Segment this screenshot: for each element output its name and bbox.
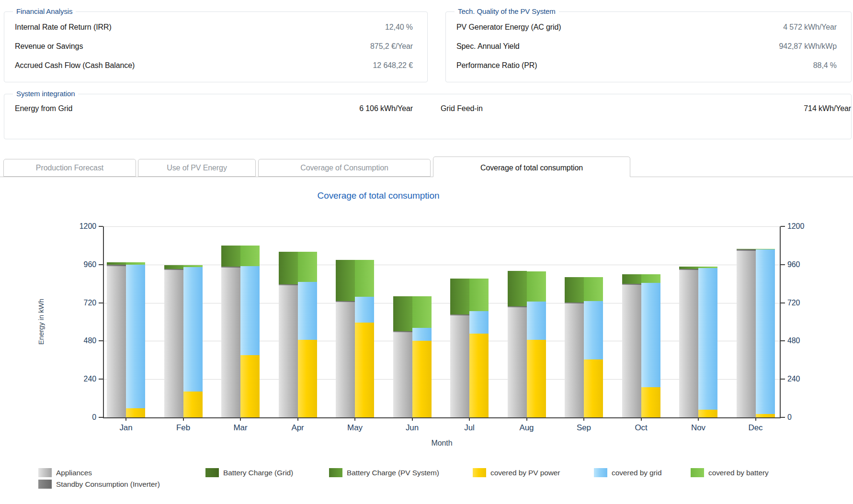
bar-segment-batt_pv-jun — [393, 296, 412, 331]
bar-segment-battery-oct — [641, 274, 660, 283]
month-group-sep — [565, 277, 603, 417]
annual-yield-row: Spec. Annual Yield 942,87 kWh/kWp — [446, 37, 851, 56]
y-tick-l-0 — [99, 417, 103, 418]
tab-production-forecast[interactable]: Production Forecast — [3, 159, 136, 177]
consumption-bar-dec — [737, 249, 756, 417]
y-tick-label-l-720: 720 — [68, 299, 96, 307]
y-tick-l-240 — [99, 379, 103, 380]
x-tick-apr — [297, 417, 298, 421]
cashflow-row: Accrued Cash Flow (Cash Balance) 12 648,… — [4, 56, 427, 75]
bar-segment-batt_pv-apr — [279, 252, 298, 284]
month-group-mar — [221, 246, 260, 417]
consumption-bar-nov — [679, 267, 698, 417]
consumption-bar-apr — [279, 252, 298, 417]
chart-title: Coverage of total consumption — [0, 190, 757, 201]
tab-use-of-pv-energy[interactable]: Use of PV Energy — [138, 159, 256, 177]
coverage-bar-feb — [183, 265, 203, 417]
bar-segment-pv-dec — [756, 414, 775, 417]
coverage-bar-mar — [240, 246, 260, 417]
bar-segment-pv-jul — [469, 334, 489, 417]
bar-segment-appliances-apr — [279, 285, 298, 417]
y-tick-r-1200 — [781, 226, 785, 227]
x-tick-label-dec: Dec — [732, 423, 780, 433]
bar-segment-appliances-mar — [221, 268, 240, 417]
y-tick-label-r-0: 0 — [787, 413, 816, 422]
coverage-bar-jul — [469, 279, 489, 417]
y-tick-l-480 — [99, 340, 103, 341]
consumption-bar-jul — [450, 279, 469, 417]
y-tick-label-r-480: 480 — [787, 336, 816, 345]
financial-analysis-title: Financial Analysis — [13, 7, 76, 15]
bar-segment-battery-jul — [469, 279, 489, 312]
irr-row: Internal Rate of Return (IRR) 12,40 % — [4, 18, 427, 37]
month-group-jan — [107, 262, 145, 417]
consumption-bar-jun — [393, 296, 412, 417]
y-tick-r-720 — [781, 302, 785, 303]
coverage-bar-may — [355, 260, 374, 417]
y-tick-r-240 — [781, 379, 785, 380]
x-tick-sep — [583, 417, 584, 421]
y-tick-l-960 — [99, 264, 103, 265]
x-tick-dec — [755, 417, 756, 421]
month-group-oct — [622, 274, 660, 417]
y-tick-l-720 — [99, 302, 103, 303]
gridline-480 — [104, 341, 780, 341]
irr-label: Internal Rate of Return (IRR) — [15, 23, 112, 32]
bar-segment-battery-mar — [240, 246, 260, 266]
revenue-value: 875,2 €/Year — [370, 42, 413, 51]
consumption-bar-oct — [622, 274, 641, 417]
gridline-1200 — [104, 226, 780, 227]
bar-segment-battery-apr — [298, 252, 317, 282]
legend-item-pv: covered by PV power — [473, 468, 560, 477]
month-group-dec — [737, 249, 775, 417]
gridline-240 — [104, 379, 780, 380]
coverage-bar-aug — [527, 271, 546, 417]
annual-yield-label: Spec. Annual Yield — [456, 42, 520, 51]
x-tick-label-jun: Jun — [388, 423, 436, 433]
energy-from-grid-label: Energy from Grid — [15, 104, 72, 113]
bar-segment-batt_pv-feb — [164, 265, 183, 269]
bar-segment-grid-sep — [584, 301, 603, 359]
y-tick-l-1200 — [99, 226, 103, 227]
legend-label-appliances: Appliances — [56, 469, 92, 477]
tab-coverage-of-total-consumption[interactable]: Coverage of total consumption — [433, 157, 630, 177]
x-tick-feb — [183, 417, 184, 421]
legend-swatch-pv — [473, 468, 486, 477]
legend-label-grid: covered by grid — [612, 469, 661, 477]
legend-label-standby: Standby Consumption (Inverter) — [56, 480, 160, 489]
x-tick-label-jan: Jan — [102, 423, 150, 433]
month-group-feb — [164, 265, 203, 417]
y-tick-label-r-960: 960 — [787, 260, 816, 269]
y-tick-label-r-720: 720 — [787, 299, 816, 307]
bar-segment-grid-aug — [527, 302, 546, 340]
x-tick-label-mar: Mar — [216, 423, 264, 433]
consumption-bar-may — [336, 260, 355, 417]
chart-legend: AppliancesBattery Charge (Grid)Battery C… — [0, 467, 853, 496]
cashflow-label: Accrued Cash Flow (Cash Balance) — [15, 61, 135, 70]
pv-energy-row: PV Generator Energy (AC grid) 4 572 kWh/… — [446, 18, 851, 37]
legend-swatch-grid — [594, 468, 607, 477]
legend-swatch-battery — [691, 468, 704, 477]
legend-swatch-standby — [38, 480, 52, 489]
bar-segment-grid-oct — [641, 283, 660, 387]
x-tick-mar — [240, 417, 241, 421]
tab-coverage-of-consumption[interactable]: Coverage of Consumption — [258, 159, 431, 177]
y-tick-label-r-240: 240 — [787, 375, 816, 383]
tabbar-baseline — [0, 177, 853, 177]
bar-segment-grid-dec — [756, 249, 775, 414]
performance-ratio-label: Performance Ratio (PR) — [456, 61, 537, 70]
x-tick-label-may: May — [331, 423, 379, 433]
bar-segment-appliances-aug — [508, 307, 527, 417]
x-tick-label-oct: Oct — [617, 423, 665, 433]
x-tick-label-sep: Sep — [560, 423, 608, 433]
bar-segment-batt_pv-jul — [450, 279, 469, 314]
bar-segment-batt_pv-aug — [508, 271, 527, 306]
consumption-bar-sep — [565, 277, 584, 417]
bar-segment-pv-oct — [641, 387, 660, 417]
legend-item-standby: Standby Consumption (Inverter) — [38, 480, 160, 489]
y-tick-r-480 — [781, 340, 785, 341]
system-integration-title: System integration — [13, 90, 78, 98]
bar-segment-battery-jun — [412, 296, 432, 328]
consumption-bar-aug — [508, 271, 527, 417]
chart-plot-area: 0024024048048072072096096012001200JanFeb… — [104, 226, 780, 417]
